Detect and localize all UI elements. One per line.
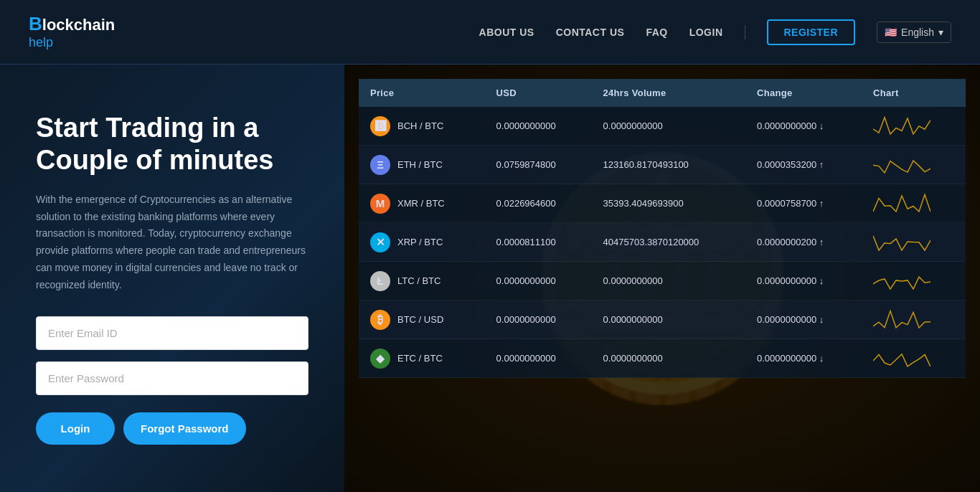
coin-icon-btc: ₿ xyxy=(370,310,390,330)
register-button[interactable]: REGISTER xyxy=(767,19,856,45)
mini-chart-eth xyxy=(873,153,930,174)
table-row: M XMR / BTC 0.0226964600 35393.404969390… xyxy=(359,184,966,223)
col-usd: USD xyxy=(485,79,592,107)
header: Blockchain help ABOUT US CONTACT US FAQ … xyxy=(0,0,980,65)
cell-usd: 0.0000000000 xyxy=(485,301,592,339)
hero-title: Start Trading in a Couple of minutes xyxy=(36,112,308,177)
table-row: Ł LTC / BTC 0.0000000000 0.0000000000 0.… xyxy=(359,262,966,301)
lang-label: English xyxy=(901,27,934,38)
left-panel: Start Trading in a Couple of minutes Wit… xyxy=(0,65,344,492)
cell-usd: 0.0000000000 xyxy=(485,339,592,378)
mini-chart-xrp xyxy=(873,230,930,252)
cell-pair: Ł LTC / BTC xyxy=(359,262,485,301)
nav-contact-us[interactable]: CONTACT US xyxy=(556,27,625,38)
nav-divider xyxy=(745,25,745,39)
password-input[interactable] xyxy=(36,361,308,395)
language-selector[interactable]: 🇺🇸 English ▾ xyxy=(877,22,951,43)
nav-faq[interactable]: FAQ xyxy=(646,27,667,38)
trading-table-wrapper: Price USD 24hrs Volume Change Chart 🅱 BC… xyxy=(359,79,966,478)
cell-chart xyxy=(862,339,966,378)
main-content: Start Trading in a Couple of minutes Wit… xyxy=(0,65,980,492)
cell-volume: 40475703.3870120000 xyxy=(592,223,745,262)
cell-volume: 0.0000000000 xyxy=(592,262,745,301)
action-buttons: Login Forgot Password xyxy=(36,412,308,445)
pair-label: BTC / USD xyxy=(397,314,443,325)
pair-label: BCH / BTC xyxy=(397,120,443,131)
cell-pair: ✕ XRP / BTC xyxy=(359,223,485,262)
cell-pair: 🅱 BCH / BTC xyxy=(359,107,485,146)
cell-usd: 0.0226964600 xyxy=(485,184,592,223)
coin-icon-ltc: Ł xyxy=(370,271,390,291)
cell-pair: M XMR / BTC xyxy=(359,184,485,223)
email-input[interactable] xyxy=(36,316,308,350)
cell-pair: ₿ BTC / USD xyxy=(359,301,485,339)
coin-icon-etc: ◆ xyxy=(370,349,390,369)
logo[interactable]: Blockchain help xyxy=(29,13,115,51)
cell-pair: Ξ ETH / BTC xyxy=(359,146,485,184)
cell-change: 0.0000000000 ↓ xyxy=(745,262,862,301)
table-header: Price USD 24hrs Volume Change Chart xyxy=(359,79,966,107)
table-row: ✕ XRP / BTC 0.0000811100 40475703.387012… xyxy=(359,223,966,262)
pair-label: XRP / BTC xyxy=(397,237,443,247)
cell-chart xyxy=(862,301,966,339)
cell-change: 0.0000000000 ↓ xyxy=(745,107,862,146)
pair-label: ETC / BTC xyxy=(397,353,443,364)
cell-change: 0.0000000000 ↓ xyxy=(745,301,862,339)
cell-usd: 0.0000000000 xyxy=(485,262,592,301)
cell-chart xyxy=(862,184,966,223)
cell-pair: ◆ ETC / BTC xyxy=(359,339,485,378)
cell-volume: 0.0000000000 xyxy=(592,339,745,378)
table-row: ₿ BTC / USD 0.0000000000 0.0000000000 0.… xyxy=(359,301,966,339)
flag-icon: 🇺🇸 xyxy=(885,27,897,38)
cell-usd: 0.0000000000 xyxy=(485,107,592,146)
col-change: Change xyxy=(745,79,862,107)
coin-icon-xmr: M xyxy=(370,194,390,214)
table-row: 🅱 BCH / BTC 0.0000000000 0.0000000000 0.… xyxy=(359,107,966,146)
logo-sub: help xyxy=(29,35,115,51)
chevron-down-icon: ▾ xyxy=(938,27,943,38)
table-row: Ξ ETH / BTC 0.0759874800 123160.81704931… xyxy=(359,146,966,184)
pair-label: LTC / BTC xyxy=(397,275,440,286)
logo-b-letter: B xyxy=(29,13,42,34)
cell-change: 0.0000758700 ↑ xyxy=(745,184,862,223)
cell-chart xyxy=(862,262,966,301)
forgot-password-button[interactable]: Forgot Password xyxy=(123,412,246,445)
cell-usd: 0.0759874800 xyxy=(485,146,592,184)
cell-change: 0.0000000200 ↑ xyxy=(745,223,862,262)
mini-chart-btc xyxy=(873,308,930,329)
cell-volume: 35393.4049693900 xyxy=(592,184,745,223)
mini-chart-ltc xyxy=(873,269,930,290)
cell-change: 0.0000000000 ↓ xyxy=(745,339,862,378)
hero-description: With the emergence of Cryptocurrencies a… xyxy=(36,191,308,294)
right-panel: 🪙 Price USD 24hrs Volume Change Chart 🅱 xyxy=(344,65,980,492)
table-row: ◆ ETC / BTC 0.0000000000 0.0000000000 0.… xyxy=(359,339,966,378)
nav-about-us[interactable]: ABOUT US xyxy=(479,27,534,38)
cell-chart xyxy=(862,223,966,262)
coin-icon-bch: 🅱 xyxy=(370,116,390,136)
cell-volume: 0.0000000000 xyxy=(592,301,745,339)
trading-table: Price USD 24hrs Volume Change Chart 🅱 BC… xyxy=(359,79,966,378)
cell-volume: 0.0000000000 xyxy=(592,107,745,146)
cell-change: 0.0000353200 ↑ xyxy=(745,146,862,184)
coin-icon-eth: Ξ xyxy=(370,155,390,175)
logo-brand: Blockchain xyxy=(29,13,115,35)
login-button[interactable]: Login xyxy=(36,412,115,445)
table-body: 🅱 BCH / BTC 0.0000000000 0.0000000000 0.… xyxy=(359,107,966,378)
cell-volume: 123160.8170493100 xyxy=(592,146,745,184)
mini-chart-xmr xyxy=(873,191,930,213)
coin-icon-xrp: ✕ xyxy=(370,232,390,252)
mini-chart-bch xyxy=(873,114,930,136)
nav-login[interactable]: LOGIN xyxy=(689,27,723,38)
main-nav: ABOUT US CONTACT US FAQ LOGIN REGISTER 🇺… xyxy=(479,19,951,45)
cell-usd: 0.0000811100 xyxy=(485,223,592,262)
col-volume: 24hrs Volume xyxy=(592,79,745,107)
pair-label: ETH / BTC xyxy=(397,159,443,170)
mini-chart-etc xyxy=(873,346,930,368)
pair-label: XMR / BTC xyxy=(397,198,445,209)
col-price: Price xyxy=(359,79,485,107)
cell-chart xyxy=(862,146,966,184)
cell-chart xyxy=(862,107,966,146)
col-chart: Chart xyxy=(862,79,966,107)
